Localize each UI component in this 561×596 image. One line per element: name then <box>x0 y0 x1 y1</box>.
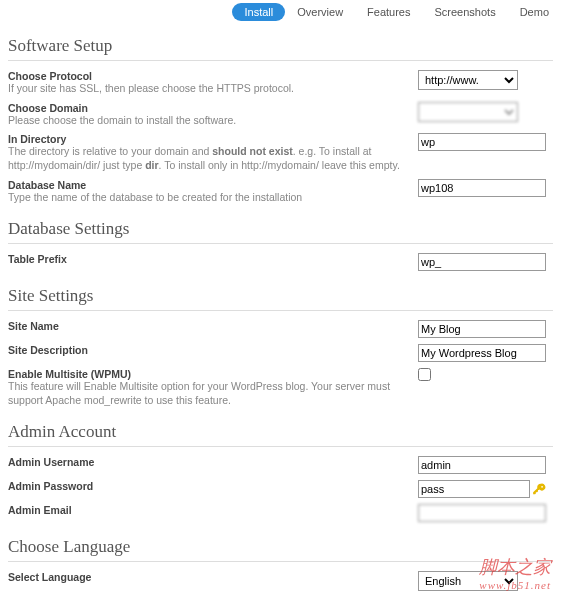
admin-email-input[interactable] <box>418 504 546 522</box>
tab-demo[interactable]: Demo <box>508 3 561 21</box>
multisite-desc: This feature will Enable Multisite optio… <box>8 380 408 407</box>
sitename-input[interactable] <box>418 320 546 338</box>
prefix-input[interactable] <box>418 253 546 271</box>
section-admin-account: Admin Account <box>8 422 561 442</box>
dbname-input[interactable] <box>418 179 546 197</box>
language-label: Select Language <box>8 571 408 583</box>
directory-desc: The directory is relative to your domain… <box>8 145 408 172</box>
section-software-setup: Software Setup <box>8 36 561 56</box>
directory-label: In Directory <box>8 133 408 145</box>
tab-overview[interactable]: Overview <box>285 3 355 21</box>
section-site-settings: Site Settings <box>8 286 561 306</box>
multisite-checkbox[interactable] <box>418 368 431 381</box>
tab-screenshots[interactable]: Screenshots <box>423 3 508 21</box>
domain-desc: Please choose the domain to install the … <box>8 114 408 128</box>
admin-email-label: Admin Email <box>8 504 408 516</box>
section-database-settings: Database Settings <box>8 219 561 239</box>
domain-select[interactable] <box>418 102 518 122</box>
admin-pass-input[interactable] <box>418 480 530 498</box>
dbname-desc: Type the name of the database to be crea… <box>8 191 408 205</box>
sitedesc-label: Site Description <box>8 344 408 356</box>
dbname-label: Database Name <box>8 179 408 191</box>
watermark: 脚本之家 www.jb51.net <box>479 555 551 591</box>
key-icon[interactable] <box>532 482 546 496</box>
admin-user-label: Admin Username <box>8 456 408 468</box>
prefix-label: Table Prefix <box>8 253 408 265</box>
protocol-label: Choose Protocol <box>8 70 408 82</box>
tab-bar: Install Overview Features Screenshots De… <box>0 0 561 24</box>
protocol-select[interactable]: http://www. <box>418 70 518 90</box>
protocol-desc: If your site has SSL, then please choose… <box>8 82 408 96</box>
sitedesc-input[interactable] <box>418 344 546 362</box>
admin-pass-label: Admin Password <box>8 480 408 492</box>
domain-label: Choose Domain <box>8 102 408 114</box>
tab-install[interactable]: Install <box>232 3 285 21</box>
sitename-label: Site Name <box>8 320 408 332</box>
directory-input[interactable] <box>418 133 546 151</box>
admin-user-input[interactable] <box>418 456 546 474</box>
tab-features[interactable]: Features <box>355 3 422 21</box>
multisite-label: Enable Multisite (WPMU) <box>8 368 408 380</box>
